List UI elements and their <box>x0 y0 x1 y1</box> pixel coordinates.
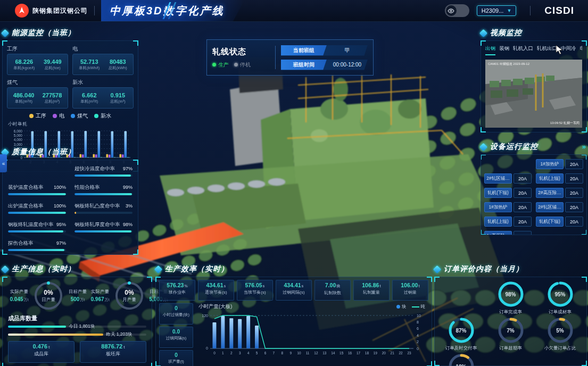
device-label-chip[interactable]: 轧机(上辊) <box>536 173 564 184</box>
efficiency-stat-card: 7.00块轧制块数 <box>314 280 351 301</box>
device-label-chip[interactable]: 1#加热炉 <box>536 159 564 169</box>
production-panel: 生产信息（实时） 实际产量0.045万t0%日产量目标产量500万t实际产量0.… <box>2 264 152 366</box>
quality-progress-fill <box>8 230 63 232</box>
video-tab-轧机入口[interactable]: 轧机入口 <box>513 45 533 55</box>
quality-item-value: 3% <box>126 203 132 209</box>
quality-item-label: 钢板终轧凸度命中率 <box>74 203 120 210</box>
energy-value-pair: 68.226单耗(kgce/t) <box>13 59 35 71</box>
status-dot-icon <box>234 63 238 66</box>
right-edge-chevron-icon[interactable]: » <box>582 143 586 151</box>
svg-text:11: 11 <box>306 351 310 355</box>
video-tab-中间冷[interactable]: 中间冷 <box>561 45 576 55</box>
video-panel: 视频监控 出钢装钢轧机入口轧机出口中间冷电加热 <box>481 28 587 132</box>
energy-card-grid: 工序68.226单耗(kgce/t)39.449总耗(tce)电52.713单耗… <box>7 45 134 109</box>
legend-item: 新水 <box>94 112 111 120</box>
order-ring-gauge: 98% <box>497 280 525 308</box>
efficiency-stat-card: 106.86t轧制重量 <box>353 280 390 301</box>
video-tab-轧机出口[interactable]: 轧机出口 <box>537 45 557 55</box>
quality-item: 钢板终轧凸度命中率3% <box>74 203 132 214</box>
order-ring-gauge: 10% <box>448 353 475 366</box>
device-row-grid: 1#加热炉20A2#轧区辅…20A轧机(上辊)20A轧机(下辊)20A2#高压除… <box>481 154 587 235</box>
gauge-side-unit: 万t <box>105 298 110 302</box>
quality-progress-track <box>74 193 132 195</box>
video-tab-电加热[interactable]: 电加热 <box>580 45 583 55</box>
efficiency-stat-card: 434.41s过钢间隔(s) <box>276 280 312 301</box>
quality-item-row: 探伤合格率97% <box>8 240 66 247</box>
svg-text:10: 10 <box>417 314 421 318</box>
svg-text:15: 15 <box>339 351 344 355</box>
device-label-chip[interactable]: 2#轧区辅… <box>536 202 564 212</box>
quality-panel: 质量信息（当班） 超快冷温度命中率97%装炉温度合格率100%性能合格率99%出… <box>2 147 138 255</box>
svg-text:3: 3 <box>239 351 241 355</box>
device-label-chip[interactable]: 2#高压除… <box>536 188 564 198</box>
energy-unit: 单耗(m³/t) <box>13 99 35 104</box>
svg-text:4,000: 4,000 <box>14 138 23 142</box>
order-ring-label: 小欠量订单占比 <box>536 345 584 352</box>
svg-text:5: 5 <box>256 351 258 355</box>
quality-item-row: 性能合格率99% <box>74 184 132 191</box>
left-drawer-handle[interactable]: « <box>0 154 7 172</box>
quality-progress-fill <box>74 193 132 195</box>
energy-unit: 总耗(m³) <box>110 99 126 104</box>
quality-progress-fill <box>8 212 66 214</box>
efficiency-stat-label: 班作业率 <box>160 289 195 295</box>
device-label-chip[interactable]: 轧机(下辊) <box>484 188 512 198</box>
video-tab-装钢[interactable]: 装钢 <box>499 45 509 55</box>
efficiency-panel: 生产效率（实时） 576.23%班作业率434.61s逐块节奏(s)576.05… <box>155 264 432 366</box>
cctv-video-feed[interactable]: CAM01 出钢辊道 2023-09-12 13:09:52 轧钢一车间 <box>485 60 582 128</box>
quality-progress-track <box>8 230 66 232</box>
quality-progress-fill <box>74 230 131 232</box>
legend-item: 煤气 <box>71 112 88 120</box>
order-ring: 98%订单完成率 <box>486 280 535 315</box>
efficiency-stat-card: 576.05s当班节奏(s) <box>237 280 273 301</box>
efficiency-stat-value: 106.86t <box>354 282 389 288</box>
visibility-toggle[interactable] <box>445 4 469 17</box>
line-status-title: 轧线状态 <box>212 47 270 57</box>
device-current-value: 20A <box>514 173 532 184</box>
device-panel-title: 设备运行监控 <box>490 142 538 152</box>
line-select-dropdown[interactable]: H2309... ▼ <box>477 5 517 16</box>
device-row: 2#高压除…20A <box>536 188 583 198</box>
energy-unit: 单耗(kWh/t) <box>79 65 100 71</box>
quality-item: 钢板终轧温度命中率95% <box>8 221 66 232</box>
quality-progress-track <box>74 212 132 214</box>
energy-card-values: 52.713单耗(kWh/t)80483总耗(kWh) <box>72 54 134 75</box>
legend-dot-icon <box>53 114 57 118</box>
video-tab-出钢[interactable]: 出钢 <box>485 45 495 55</box>
quality-item-row: 钢板终轧厚度命中率98% <box>74 221 132 228</box>
energy-value: 39.449 <box>44 59 62 65</box>
svg-text:21: 21 <box>391 351 395 355</box>
panel-diamond-icon <box>479 29 488 37</box>
order-ring: 5%小欠量订单占比 <box>536 317 584 352</box>
device-label-chip[interactable]: 2#轧区辅… <box>484 173 512 184</box>
device-label-chip[interactable]: 2#高压除… <box>484 231 512 235</box>
quality-progress-track <box>74 174 132 177</box>
order-ring-value: 95% <box>546 280 574 308</box>
svg-text:6: 6 <box>417 327 419 330</box>
svg-text:2: 2 <box>417 340 419 344</box>
status-divider <box>275 46 276 69</box>
efficiency-stat-value: 576.05s <box>237 282 272 288</box>
device-row: 轧机(下辊)20A <box>484 188 532 198</box>
svg-text:13: 13 <box>322 351 327 355</box>
energy-card-name: 电 <box>72 45 134 53</box>
efficiency-stat-value: 106.00t <box>393 282 428 288</box>
order-panel-title: 订单评价内容（当月） <box>444 264 524 274</box>
stock-bar-label: 昨天 1,203块 <box>106 331 132 338</box>
quality-progress-fill <box>8 193 66 195</box>
shift-info-value: 甲 <box>327 47 368 54</box>
output-legend-label: 吨 <box>421 304 426 310</box>
output-chart-title: 小时产量(大板) <box>198 303 232 310</box>
energy-value: 0.915 <box>110 92 126 98</box>
device-label-chip[interactable]: 1#加热炉 <box>484 202 512 212</box>
output-legend-label: 块 <box>402 304 407 310</box>
svg-text:0: 0 <box>213 351 216 355</box>
device-row: 2#轧区辅…20A <box>484 173 532 184</box>
gauge-side-stat: 实际产量0.967万t <box>89 289 111 303</box>
efficiency-stat-value: 7.00块 <box>315 282 350 289</box>
device-label-chip[interactable]: 轧机(下辊) <box>536 217 564 227</box>
energy-card: 新水6.662单耗(m³/t)0.915总耗(m³) <box>72 78 134 109</box>
side-stat-label: 小时过钢量(块) <box>160 312 193 318</box>
gauge-side-value: 0.967万t <box>89 296 111 303</box>
device-label-chip[interactable]: 轧机(上辊) <box>484 217 512 227</box>
